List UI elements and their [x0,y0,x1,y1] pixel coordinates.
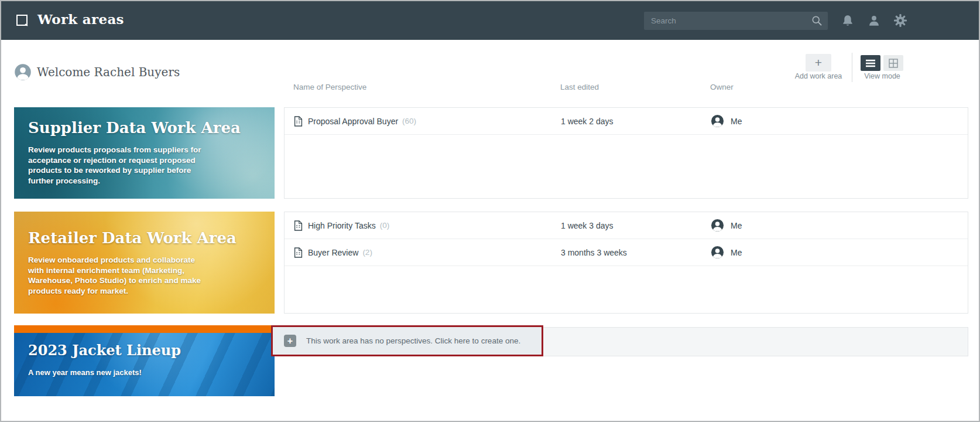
column-header-last-edited: Last edited [560,83,599,91]
add-work-area-button[interactable]: + [806,54,831,72]
perspective-last-edited: 3 months 3 weeks [561,248,627,257]
perspective-count: (0) [380,221,390,230]
perspective-owner: Me [711,114,742,128]
app-logo-icon [15,13,29,28]
perspective-document-icon [294,247,303,258]
perspective-name: High Priority Tasks [308,221,376,230]
card-accent-stripe [14,325,275,333]
work-area-description: Review onboarded products and collaborat… [28,255,210,296]
owner-name: Me [731,117,742,126]
perspectives-panel: High Priority Tasks (0) 1 week 3 days Me… [284,212,968,314]
search-icon[interactable] [811,15,823,26]
settings-gear-icon[interactable] [893,13,907,28]
perspectives-panel: Proposal Approval Buyer (60) 1 week 2 da… [284,107,968,199]
perspective-owner: Me [711,219,742,232]
search-input[interactable] [644,12,828,30]
perspective-row[interactable]: Proposal Approval Buyer (60) 1 week 2 da… [285,108,968,135]
work-area-section-jacket-lineup: 2023 Jacket Lineup A new year means new … [14,325,968,396]
work-area-section-supplier: Supplier Data Work Area Review products … [14,107,968,199]
work-areas-screen: Work areas Welcome Rachel Buyers + Add w… [0,0,980,422]
page-title: Work areas [37,11,124,27]
owner-name: Me [731,248,742,257]
view-mode-list-button[interactable] [861,55,880,71]
search-box [644,12,828,30]
work-area-card-supplier[interactable]: Supplier Data Work Area Review products … [14,107,275,199]
list-view-icon [865,59,876,68]
welcome-message: Welcome Rachel Buyers [37,65,180,79]
work-area-title: 2023 Jacket Lineup [28,342,261,359]
work-area-card-retailer[interactable]: Retailer Data Work Area Review onboarded… [14,212,275,314]
column-header-name: Name of Perspective [293,83,366,91]
welcome-avatar [14,63,32,81]
view-mode-grid-button[interactable] [883,55,903,71]
perspective-row[interactable]: Buyer Review (2) 3 months 3 weeks Me [285,239,968,266]
perspective-count: (2) [362,248,372,257]
perspective-row[interactable]: High Priority Tasks (0) 1 week 3 days Me [285,212,968,239]
owner-name: Me [731,221,742,230]
owner-avatar [711,219,724,232]
work-area-section-retailer: Retailer Data Work Area Review onboarded… [14,212,968,314]
top-bar: Work areas [1,1,979,40]
perspective-name: Proposal Approval Buyer [308,117,398,126]
owner-avatar [711,246,724,259]
perspective-count: (60) [402,117,416,125]
work-area-card-jacket-lineup[interactable]: 2023 Jacket Lineup A new year means new … [14,325,275,396]
owner-avatar [711,114,724,128]
perspective-name: Buyer Review [308,248,358,257]
perspective-last-edited: 1 week 3 days [561,221,614,230]
create-perspective-banner[interactable]: + This work area has no perspectives. Cl… [271,325,543,356]
perspective-owner: Me [711,246,742,259]
perspective-document-icon [294,220,303,231]
add-work-area-label: Add work area [780,72,857,80]
work-area-description: Review products proposals from suppliers… [28,145,210,186]
notifications-bell-icon[interactable] [841,14,854,27]
grid-view-icon [888,58,899,69]
plus-icon: + [284,335,296,347]
perspective-document-icon [294,116,303,127]
view-mode-label: View mode [852,72,912,80]
user-profile-icon[interactable] [868,14,880,27]
column-header-owner: Owner [710,83,734,91]
work-area-title: Retailer Data Work Area [28,229,261,247]
perspective-last-edited: 1 week 2 days [561,117,614,126]
work-area-tagline: A new year means new jackets! [28,368,261,377]
empty-state-message: This work area has no perspectives. Clic… [306,336,520,345]
work-area-title: Supplier Data Work Area [28,119,261,137]
